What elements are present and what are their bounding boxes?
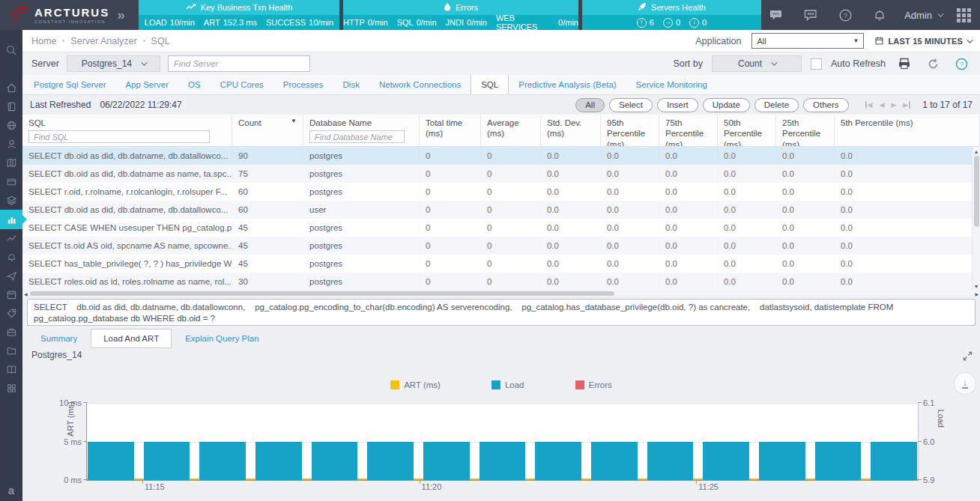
sidebar-item-server-analyzer[interactable] [0, 210, 22, 229]
load-bar[interactable] [871, 442, 917, 481]
kpi-panel[interactable]: Servers Health↑6→0↓0 [582, 0, 761, 30]
help-icon[interactable]: ? [835, 7, 855, 23]
breadcrumb[interactable]: HomeServer AnalyzerSQL [31, 36, 170, 46]
column-header-count[interactable]: Count▼ [232, 115, 303, 146]
sidebar-item-wallet[interactable] [0, 172, 22, 191]
sidebar-item-home[interactable] [0, 79, 22, 97]
load-bar[interactable] [480, 442, 526, 481]
find-server-input[interactable] [168, 55, 310, 72]
breadcrumb-item[interactable]: Home [31, 36, 56, 46]
load-bar[interactable] [815, 442, 862, 481]
admin-user-menu[interactable]: Admin [904, 10, 942, 21]
load-bar[interactable] [88, 442, 134, 481]
chat-outline-icon[interactable] [801, 7, 820, 23]
notifications-bell-icon[interactable] [870, 7, 889, 23]
sidebar-item-layers[interactable] [0, 191, 22, 210]
vertical-scrollbar[interactable]: ▲ ▼ [972, 147, 980, 291]
load-bar[interactable] [199, 442, 246, 481]
application-select[interactable]: All ▼ [751, 33, 864, 49]
sort-desc-icon[interactable]: ▼ [291, 118, 297, 125]
tab-postgre-sql-server[interactable]: Postgre Sql Server [24, 75, 116, 94]
load-bar[interactable] [535, 442, 581, 481]
column-header-95th-percentile-ms-[interactable]: 95th Percentile (ms) [601, 115, 659, 146]
filter-button-delete[interactable]: Delete [754, 98, 799, 112]
load-bar[interactable] [703, 442, 749, 481]
sidebar-item-tags[interactable] [0, 304, 22, 323]
auto-refresh-checkbox[interactable] [811, 58, 822, 70]
load-bar[interactable] [144, 442, 190, 481]
load-bar[interactable] [312, 442, 358, 481]
kpi-panel[interactable]: Key Business Txn HealthLOAD10/minART152.… [139, 0, 339, 30]
table-row[interactable]: SELECT r.oid, r.rolname, r.rolcanlogin, … [22, 183, 980, 201]
sidebar-item-dashboard[interactable] [0, 379, 22, 398]
scroll-thumb[interactable] [974, 156, 979, 227]
breadcrumb-item[interactable]: SQL [151, 36, 170, 46]
sidebar-item-briefcase[interactable] [0, 323, 22, 341]
sidebar-expand-chevrons-icon[interactable]: » [117, 7, 124, 23]
scroll-right-icon[interactable]: ▶ [973, 291, 980, 297]
tab-service-monitoring[interactable]: Service Monitoring [626, 75, 717, 94]
breadcrumb-item[interactable]: Server Analyzer [70, 36, 136, 46]
next-page-icon[interactable]: ▶ [891, 101, 896, 109]
prev-page-icon[interactable]: ◀ [880, 101, 885, 109]
column-header-average-ms-[interactable]: Average (ms) [481, 115, 541, 146]
logo[interactable]: ARCTURUS CONSTANT INNOVATION » [0, 0, 139, 30]
column-header-database-name[interactable]: Database Name [303, 115, 420, 146]
last-page-icon[interactable]: ▶ [903, 101, 910, 109]
print-icon[interactable] [895, 55, 914, 72]
sidebar-item-notebook[interactable] [0, 97, 22, 116]
apps-grid-icon[interactable] [957, 8, 971, 22]
table-row[interactable]: SELECT has_table_privilege( ?, ? ) has_p… [22, 255, 980, 273]
tab-processes[interactable]: Processes [273, 75, 333, 94]
load-bar[interactable] [255, 442, 302, 481]
table-row[interactable]: SELECT ts.oid AS oid, spcname AS name, s… [22, 237, 980, 255]
scroll-up-icon[interactable]: ▲ [974, 147, 979, 156]
refresh-icon[interactable] [923, 55, 943, 72]
sidebar-item-send[interactable] [0, 267, 22, 285]
tab-sql[interactable]: SQL [471, 75, 509, 94]
detail-tab-summary[interactable]: Summary [28, 329, 89, 348]
filter-button-insert[interactable]: Insert [657, 98, 698, 112]
sidebar-item-map[interactable] [0, 154, 22, 172]
tab-predictive-analysis-beta-[interactable]: Predictive Analysis (Beta) [509, 75, 626, 94]
filter-button-all[interactable]: All [575, 98, 605, 112]
filter-button-update[interactable]: Update [703, 98, 750, 112]
load-bar[interactable] [591, 442, 638, 481]
load-bar[interactable] [367, 442, 414, 481]
scroll-left-icon[interactable]: ◀ [22, 291, 29, 297]
detail-tab-explain-query-plan[interactable]: Explain Query Plan [173, 329, 270, 348]
find-sql-input[interactable] [28, 130, 210, 143]
table-row[interactable]: SELECT CASE WHEN usesuper THEN pg_catalo… [22, 219, 980, 237]
column-header-std-dev-ms-[interactable]: Std. Dev. (ms) [541, 115, 601, 146]
filter-button-select[interactable]: Select [609, 98, 653, 112]
find-database-input[interactable] [309, 130, 405, 143]
tab-cpu-cores[interactable]: CPU Cores [211, 75, 273, 94]
column-header-sql[interactable]: SQL [22, 115, 232, 146]
sidebar-item-docs[interactable] [0, 360, 22, 379]
table-row[interactable]: SELECT db.oid as did, db.datname, db.dat… [22, 147, 980, 165]
scroll-down-icon[interactable]: ▼ [974, 282, 979, 291]
sidebar-item-user[interactable] [0, 135, 22, 154]
column-header-total-time-ms-[interactable]: Total time (ms) [420, 115, 481, 146]
chat-filled-icon[interactable] [766, 7, 786, 23]
sidebar-item-globe[interactable] [0, 116, 22, 135]
kpi-panel[interactable]: ErrorsHTTP0/minSQL0/minJNDI0/minWEB SERV… [343, 0, 578, 30]
column-header-25th-percentile-ms-[interactable]: 25th Percentile (ms) [776, 115, 835, 146]
first-page-icon[interactable]: ◀ [865, 101, 873, 109]
table-row[interactable]: SELECT roles.oid as id, roles.rolname as… [22, 273, 980, 291]
filter-button-others[interactable]: Others [803, 98, 849, 112]
sidebar-item-trends[interactable] [0, 229, 22, 248]
tab-app-server[interactable]: App Server [116, 75, 179, 94]
sidebar-item-folder[interactable] [0, 341, 22, 360]
sidebar-item-alerts[interactable] [0, 248, 22, 267]
tab-disk[interactable]: Disk [333, 75, 369, 94]
column-header-50th-percentile-ms-[interactable]: 50th Percentile (ms) [718, 115, 776, 146]
detail-tab-load-and-art[interactable]: Load And ART [91, 329, 172, 348]
tab-os[interactable]: OS [178, 75, 211, 94]
server-select[interactable]: Postgres_14 [67, 55, 160, 72]
table-row[interactable]: SELECT db.oid as did, db.datname as name… [22, 165, 980, 183]
column-header-75th-percentile-ms-[interactable]: 75th Percentile (ms) [659, 115, 718, 146]
horizontal-scrollbar[interactable]: ◀ ▶ [22, 291, 980, 297]
sidebar-search-icon[interactable] [0, 40, 22, 59]
load-bar[interactable] [647, 442, 694, 481]
